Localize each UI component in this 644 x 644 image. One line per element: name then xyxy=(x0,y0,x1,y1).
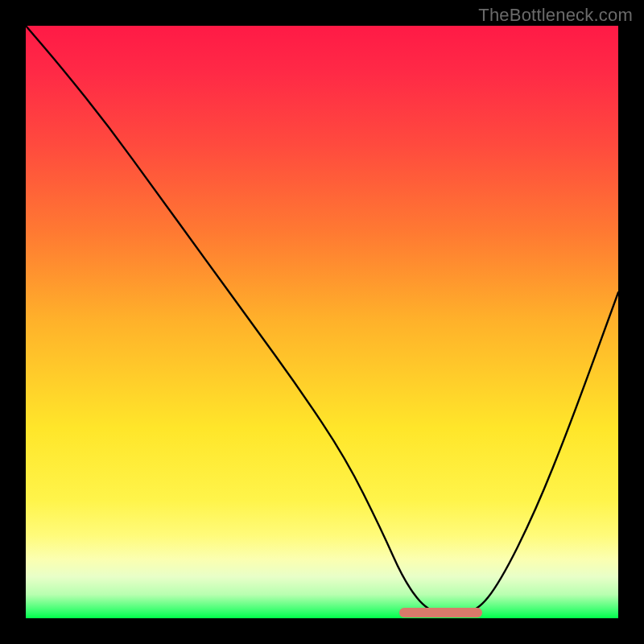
watermark-text: TheBottleneck.com xyxy=(478,5,633,26)
bottleneck-curve xyxy=(26,26,618,618)
plot-area xyxy=(26,26,618,618)
optimal-region-marker xyxy=(399,608,482,617)
chart-frame: TheBottleneck.com xyxy=(0,0,644,644)
